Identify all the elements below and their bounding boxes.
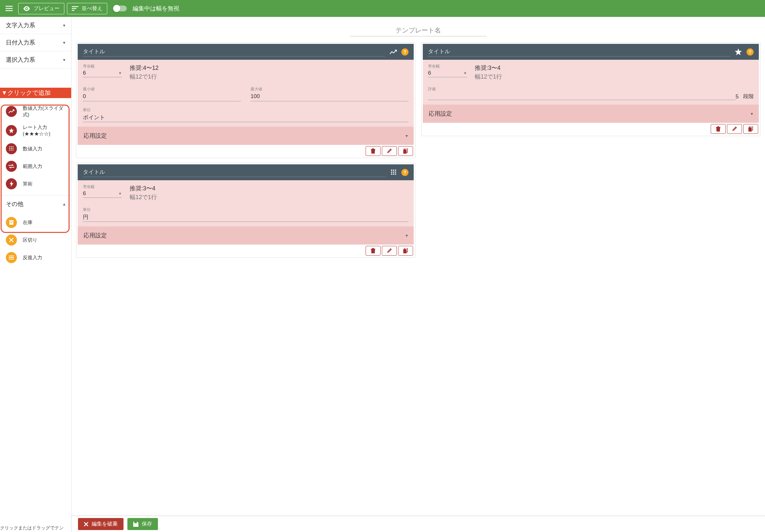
- svg-point-5: [11, 148, 12, 149]
- template-name-placeholder: テンプレート名: [350, 25, 486, 36]
- delete-button[interactable]: [366, 246, 381, 256]
- svg-rect-12: [10, 222, 12, 223]
- width-value: 6: [83, 70, 86, 76]
- copy-button[interactable]: [743, 124, 758, 134]
- min-input[interactable]: [83, 92, 241, 101]
- unit-input[interactable]: [83, 113, 408, 122]
- callout-banner: ▼クリックで追加: [0, 88, 72, 98]
- sidebar-hint: クリックまたはドラッグでテン: [0, 523, 71, 532]
- sidebar-item-label: 反復入力: [23, 254, 42, 261]
- trend-icon: [6, 106, 17, 117]
- star-icon: [735, 48, 742, 56]
- chevron-down-icon: ▾: [63, 57, 65, 62]
- max-input[interactable]: [251, 92, 408, 101]
- sidebar-item-stock[interactable]: 在庫: [0, 214, 71, 231]
- svg-point-8: [11, 149, 12, 150]
- sidebar-group-other[interactable]: その他 ▴: [0, 195, 71, 212]
- svg-rect-29: [748, 127, 752, 132]
- sort-icon: [72, 6, 78, 11]
- settings-button[interactable]: [727, 124, 742, 134]
- copy-button[interactable]: [398, 246, 413, 256]
- card-rate: ? 専有幅 6 ▼: [421, 42, 760, 136]
- recommend-line2: 幅12で1行: [475, 73, 502, 81]
- sort-button[interactable]: 並べ替え: [67, 3, 107, 14]
- help-icon[interactable]: ?: [401, 48, 408, 56]
- card-slider: ? 専有幅 6 ▼: [76, 42, 415, 158]
- width-select[interactable]: 6 ▼: [428, 69, 467, 77]
- advanced-label: 応用設定: [429, 110, 452, 118]
- svg-point-3: [12, 146, 13, 147]
- sidebar-group-text[interactable]: 文字入力系 ▾: [0, 17, 71, 34]
- svg-rect-27: [403, 249, 406, 253]
- svg-rect-16: [403, 149, 406, 153]
- preview-label: プレビュー: [33, 5, 59, 12]
- menu-icon[interactable]: [3, 2, 16, 15]
- svg-point-26: [395, 173, 396, 175]
- card-title-input[interactable]: [83, 47, 385, 57]
- rating-label: 評価: [428, 87, 736, 92]
- save-button[interactable]: 保存: [127, 518, 158, 530]
- help-icon[interactable]: ?: [746, 48, 754, 56]
- footer-bar: 編集を破棄 保存: [72, 516, 765, 532]
- advanced-label: 応用設定: [84, 232, 107, 239]
- width-select[interactable]: 6 ▼: [83, 69, 122, 77]
- min-label: 最小値: [83, 87, 241, 92]
- sidebar-item-slider-input[interactable]: 数値入力(スライダ式): [0, 102, 71, 121]
- sidebar-item-divider[interactable]: 区切り: [0, 231, 71, 249]
- template-name-field[interactable]: テンプレート名: [76, 25, 760, 36]
- discard-label: 編集を破棄: [92, 521, 118, 527]
- rating-unit: 段階: [743, 93, 754, 100]
- card-title-input[interactable]: [83, 167, 386, 177]
- width-select[interactable]: 6 ▼: [83, 190, 122, 198]
- discard-button[interactable]: 編集を破棄: [78, 518, 124, 530]
- card-header: ?: [78, 164, 414, 180]
- bolt-icon: [6, 178, 17, 189]
- chevron-down-icon: ▾: [751, 111, 753, 116]
- card-title-input[interactable]: [428, 47, 730, 57]
- ignore-width-toggle[interactable]: [114, 6, 127, 11]
- sidebar-group-label: 文字入力系: [6, 21, 35, 29]
- unit-input[interactable]: [83, 212, 408, 222]
- preview-button[interactable]: プレビュー: [18, 3, 64, 14]
- advanced-settings-toggle[interactable]: 応用設定 ▾: [423, 105, 759, 123]
- chevron-down-icon: ▾: [405, 233, 408, 238]
- sidebar-group-date[interactable]: 日付入力系 ▾: [0, 34, 71, 51]
- settings-button[interactable]: [382, 146, 397, 156]
- sidebar-item-rate-input[interactable]: レート入力(★★★☆☆): [0, 121, 71, 140]
- sidebar-item-repeat[interactable]: 反復入力: [0, 249, 71, 266]
- sidebar-item-arithmetic[interactable]: 算術: [0, 175, 71, 193]
- sidebar-item-label: 数値入力: [23, 145, 42, 152]
- svg-point-2: [11, 146, 12, 147]
- svg-rect-13: [9, 256, 14, 256]
- sidebar-item-range-input[interactable]: 範囲入力: [0, 157, 71, 175]
- advanced-settings-toggle[interactable]: 応用設定 ▾: [78, 127, 414, 145]
- sort-label: 並べ替え: [82, 5, 102, 12]
- dialpad-icon: [6, 143, 17, 154]
- help-icon[interactable]: ?: [401, 169, 408, 176]
- caret-down-icon: ▼: [118, 71, 122, 75]
- sidebar-item-label: レート入力(★★★☆☆): [23, 124, 65, 137]
- svg-point-19: [393, 169, 394, 171]
- delete-button[interactable]: [366, 146, 381, 156]
- settings-button[interactable]: [382, 246, 397, 256]
- advanced-label: 応用設定: [84, 132, 107, 139]
- sidebar-item-number-input[interactable]: 数値入力: [0, 140, 71, 157]
- save-label: 保存: [142, 521, 152, 527]
- chevron-down-icon: ▾: [63, 40, 65, 45]
- sidebar-group-select[interactable]: 選択入力系 ▾: [0, 51, 71, 68]
- save-icon: [133, 522, 139, 527]
- svg-rect-15: [9, 259, 14, 259]
- unit-label: 単位: [83, 107, 408, 113]
- svg-point-7: [9, 149, 10, 150]
- svg-rect-11: [9, 222, 13, 225]
- width-value: 6: [83, 190, 86, 197]
- chevron-up-icon: ▴: [63, 201, 65, 206]
- svg-point-18: [391, 169, 392, 171]
- width-label: 専有幅: [428, 64, 467, 69]
- svg-rect-14: [9, 257, 14, 258]
- advanced-settings-toggle[interactable]: 応用設定 ▾: [78, 226, 414, 245]
- sidebar-group-label: その他: [6, 200, 23, 208]
- copy-button[interactable]: [398, 146, 413, 156]
- caret-down-icon: ▼: [463, 71, 467, 75]
- delete-button[interactable]: [711, 124, 726, 134]
